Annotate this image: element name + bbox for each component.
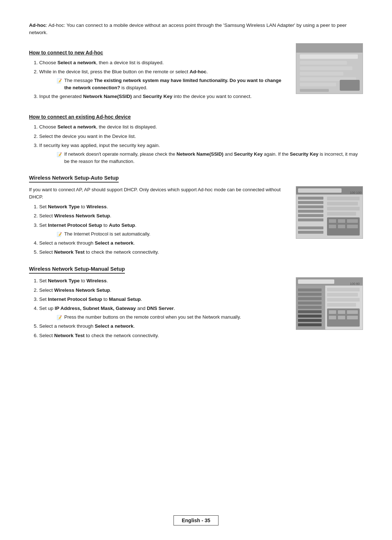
svg-rect-3 (300, 61, 347, 65)
list-item: Input the generated Network Name(SSID) a… (39, 93, 289, 100)
svg-rect-17 (298, 210, 323, 213)
svg-rect-8 (340, 80, 360, 91)
svg-rect-40 (298, 289, 322, 291)
list-item: Set Internet Protocol Setup to Manual Se… (39, 296, 289, 303)
section-manual-setup-image: 100 80 (296, 277, 363, 330)
section-new-adhoc: How to connect to new Ad-hoc Choose Sele… (29, 43, 363, 103)
svg-rect-47 (298, 319, 322, 322)
svg-rect-51 (327, 298, 360, 302)
list-item: Set up IP Address, Subnet Mask, Gateway … (39, 305, 289, 321)
list-item: Choose Select a network, then a device l… (39, 59, 289, 66)
svg-rect-21 (327, 202, 358, 205)
svg-rect-20 (327, 197, 360, 200)
svg-text:100: 100 (350, 282, 355, 286)
section-manual-setup-container: Set Network Type to Wireless. Select Wir… (29, 277, 363, 341)
svg-text:100: 100 (356, 191, 362, 195)
svg-rect-23 (327, 212, 356, 216)
section-existing-adhoc-heading: How to connect an existing Ad-hoc device (29, 114, 363, 120)
svg-rect-25 (329, 219, 336, 223)
note-text: If network doesn't operate normally, ple… (64, 151, 363, 165)
svg-rect-19 (298, 218, 323, 221)
footer-page-number: English - 35 (173, 515, 219, 525)
svg-rect-48 (298, 323, 322, 326)
list-item: Set Network Type to Wireless. (39, 277, 289, 285)
svg-rect-43 (298, 302, 322, 304)
section-auto-setup: Wireless Network Setup-Auto Setup If you… (29, 175, 363, 258)
section-auto-setup-heading: Wireless Network Setup-Auto Setup (29, 175, 119, 183)
section-existing-adhoc-steps: Choose Select a network, the device list… (39, 123, 363, 165)
section-manual-setup: Wireless Network Setup-Manual Setup Set … (29, 266, 363, 341)
svg-rect-45 (298, 310, 322, 313)
svg-rect-31 (298, 226, 323, 229)
list-item: Set Network Type to Wireless. (39, 203, 289, 210)
section-auto-setup-image: 100 100 (296, 186, 363, 239)
note-text: The message The existing network system … (64, 77, 289, 91)
svg-rect-9 (300, 89, 329, 92)
note-icon: 📝 (57, 151, 62, 158)
svg-rect-5 (300, 72, 343, 75)
section-auto-setup-container: If you want to connect AP, AP should sup… (29, 186, 363, 258)
svg-rect-58 (338, 316, 345, 319)
note-item: 📝 The message The existing network syste… (57, 77, 289, 91)
list-item: Select the device you want in the Device… (39, 133, 363, 140)
svg-rect-26 (338, 219, 345, 223)
svg-rect-4 (300, 66, 352, 70)
svg-rect-32 (298, 231, 323, 234)
svg-rect-54 (329, 310, 336, 314)
note-icon: 📝 (57, 314, 62, 321)
svg-rect-57 (329, 316, 336, 319)
footer: English - 35 (0, 515, 392, 525)
section-manual-setup-heading: Wireless Network Setup-Manual Setup (29, 266, 125, 274)
svg-rect-14 (298, 197, 323, 200)
list-item: Select Network Test to check the network… (39, 332, 289, 339)
note-item: 📝 If network doesn't operate normally, p… (57, 151, 363, 165)
svg-rect-30 (347, 225, 358, 228)
intro-paragraph: Ad-hoc: Ad-hoc: You can connect to a mob… (29, 22, 363, 37)
list-item: Select Wireless Network Setup. (39, 287, 289, 294)
list-item: While in the device list, press the Blue… (39, 68, 289, 91)
list-item: If security key was applied, input the s… (39, 142, 363, 165)
section-new-adhoc-image (296, 43, 363, 94)
svg-rect-42 (298, 297, 322, 300)
section-manual-setup-content: Set Network Type to Wireless. Select Wir… (29, 277, 289, 341)
section-manual-setup-steps: Set Network Type to Wireless. Select Wir… (39, 277, 289, 339)
auto-setup-intro: If you want to connect AP, AP should sup… (29, 186, 289, 200)
note-icon: 📝 (57, 231, 62, 238)
svg-rect-46 (298, 315, 322, 318)
svg-rect-56 (347, 310, 358, 314)
list-item: Select a network through Select a networ… (39, 240, 289, 247)
section-new-adhoc-heading: How to connect to new Ad-hoc (29, 50, 289, 56)
svg-rect-50 (327, 293, 358, 296)
list-item: Select a network through Select a networ… (39, 323, 289, 330)
svg-rect-16 (298, 205, 323, 208)
note-item: 📝 The Internet Protocol is set automatic… (57, 230, 289, 238)
svg-rect-37 (298, 279, 334, 284)
section-auto-setup-steps: Set Network Type to Wireless. Select Wir… (39, 203, 289, 256)
svg-rect-28 (329, 225, 336, 228)
section-existing-adhoc-content: How to connect an existing Ad-hoc device… (29, 107, 363, 167)
svg-rect-59 (347, 316, 358, 319)
svg-text:100: 100 (350, 191, 355, 195)
note-icon: 📝 (57, 78, 62, 84)
svg-rect-41 (298, 293, 322, 296)
list-item: Set Internet Protocol Setup to Auto Setu… (39, 222, 289, 238)
svg-rect-15 (298, 201, 323, 204)
note-text: The Internet Protocol is set automatical… (64, 230, 150, 238)
svg-rect-12 (298, 188, 342, 193)
svg-rect-2 (300, 54, 358, 59)
svg-rect-55 (338, 310, 345, 314)
svg-rect-7 (300, 83, 336, 86)
svg-rect-22 (327, 207, 360, 210)
section-new-adhoc-steps: Choose Select a network, then a device l… (39, 59, 289, 101)
svg-rect-49 (327, 288, 360, 291)
list-item: Select Wireless Network Setup. (39, 212, 289, 220)
svg-rect-29 (338, 225, 345, 228)
section-auto-setup-content: If you want to connect AP, AP should sup… (29, 186, 289, 258)
list-item: Choose Select a network, the device list… (39, 123, 363, 131)
svg-rect-52 (327, 303, 356, 307)
svg-rect-18 (298, 214, 323, 217)
section-existing-adhoc: How to connect an existing Ad-hoc device… (29, 107, 363, 167)
svg-rect-44 (298, 306, 322, 309)
list-item: Select Network Test to check the network… (39, 249, 289, 256)
note-item: 📝 Press the number buttons on the remote… (57, 314, 289, 321)
